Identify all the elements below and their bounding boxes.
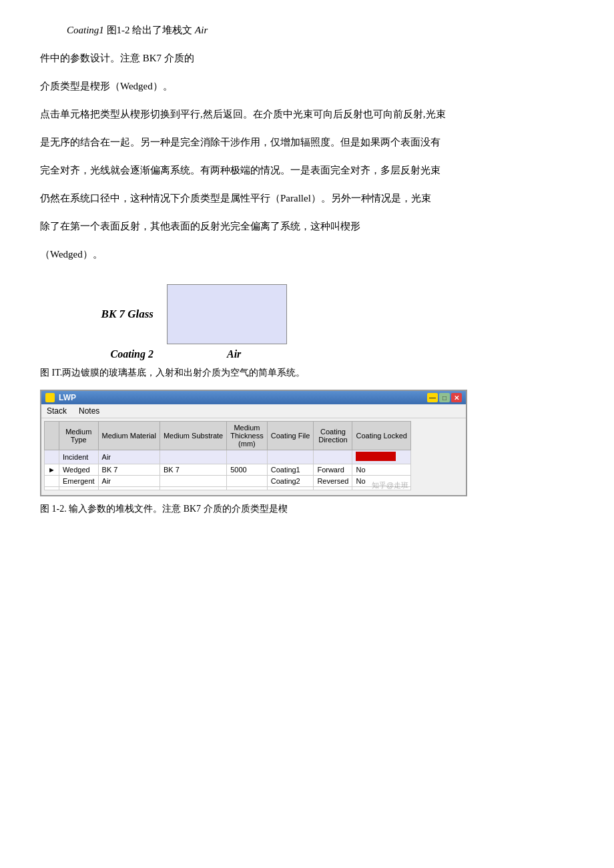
table-row: ► Wedged BK 7 BK 7 5000 Coating1 Forward…: [45, 464, 411, 476]
close-button[interactable]: ✕: [451, 393, 462, 402]
empty-arrow: [45, 487, 59, 490]
col-medium-material: Medium Material: [98, 422, 160, 450]
paragraph-2: 点击单元格把类型从楔形切换到平行,然后返回。在介质中光束可向后反射也可向前反射,…: [40, 104, 574, 124]
table-row: Emergent Air Coating2 Reversed No: [45, 476, 411, 487]
paragraph-4: 完全对齐，光线就会逐渐偏离系统。有两种极端的情况。一是表面完全对齐，多层反射光束: [40, 160, 574, 180]
menu-stack[interactable]: Stack: [44, 406, 69, 416]
row-wedged-thickness[interactable]: 5000: [227, 464, 268, 476]
row-wedged-material[interactable]: BK 7: [98, 464, 160, 476]
lwp-title: LWP: [59, 393, 76, 402]
empty-substrate[interactable]: [160, 487, 226, 490]
empty-thickness[interactable]: [227, 487, 268, 490]
col-coating-locked: Coating Locked: [352, 422, 410, 450]
row-wedged-substrate[interactable]: BK 7: [160, 464, 226, 476]
col-arrow: [45, 422, 59, 450]
row-emergent-thickness[interactable]: [227, 476, 268, 487]
lwp-app-icon: [45, 393, 55, 402]
lwp-window: LWP — □ ✕ Stack Notes MediumType Medium …: [40, 390, 467, 496]
empty-type[interactable]: [59, 487, 98, 490]
row-arrow: [45, 450, 59, 464]
row-incident-coating-file[interactable]: [267, 450, 314, 464]
paragraph-7: （Wedged）。: [40, 244, 574, 264]
col-medium-type: MediumType: [59, 422, 98, 450]
stack-table: MediumType Medium Material Medium Substr…: [44, 421, 411, 490]
row-emergent-type[interactable]: Emergent: [59, 476, 98, 487]
lwp-titlebar: LWP — □ ✕: [41, 391, 466, 404]
table-row: Incident Air: [45, 450, 411, 464]
row-incident-material[interactable]: Air: [98, 450, 160, 464]
glass-rectangle: [167, 284, 287, 344]
row-incident-type[interactable]: Incident: [59, 450, 98, 464]
row-wedged-coating-file[interactable]: Coating1: [267, 464, 314, 476]
empty-material[interactable]: [98, 487, 160, 490]
row-incident-thickness[interactable]: [227, 450, 268, 464]
table-header-row: MediumType Medium Material Medium Substr…: [45, 422, 411, 450]
paragraph-1b: 件中的参数设计。注意 BK7 介质的: [40, 48, 574, 68]
paragraph-3: 是无序的结合在一起。另一种是完全消除干涉作用，仅增加辐照度。但是如果两个表面没有: [40, 132, 574, 152]
air-inline-label: Air: [195, 25, 208, 35]
row-arrow: [45, 476, 59, 487]
paragraph-5: 仍然在系统口径中，这种情况下介质类型是属性平行（Parallel）。另外一种情况…: [40, 188, 574, 208]
lwp-window-controls: — □ ✕: [427, 393, 462, 402]
diagram-caption: 图 IT.两边镀膜的玻璃基底，入射和出射介质为空气的简单系统。: [40, 367, 574, 379]
row-incident-direction[interactable]: [314, 450, 352, 464]
row-incident-locked: [352, 450, 410, 464]
row-wedged-locked[interactable]: No: [352, 464, 410, 476]
coating2-label: Coating 2: [60, 348, 167, 360]
bottom-caption: 图 1-2. 输入参数的堆栈文件。注意 BK7 介质的介质类型是楔: [40, 503, 574, 515]
table-row-empty: [45, 487, 411, 490]
col-coating-file: Coating File: [267, 422, 314, 450]
col-medium-substrate: Medium Substrate: [160, 422, 226, 450]
intro-text: Coating1 图1-2 给出了堆栈文 Air 件中的参数设计。注意 BK7 …: [40, 20, 574, 96]
lwp-title-left: LWP: [45, 393, 76, 402]
empty-coating-file[interactable]: [267, 487, 314, 490]
coating1-label: Coating1: [67, 25, 104, 35]
paragraph-6: 除了在第一个表面反射，其他表面的反射光完全偏离了系统，这种叫楔形: [40, 216, 574, 236]
col-thickness: MediumThickness(mm): [227, 422, 268, 450]
lwp-table-container: MediumType Medium Material Medium Substr…: [41, 418, 466, 495]
menu-notes[interactable]: Notes: [76, 406, 102, 416]
row-wedged-direction[interactable]: Forward: [314, 464, 352, 476]
row-emergent-material[interactable]: Air: [98, 476, 160, 487]
paragraph-1: Coating1 图1-2 给出了堆栈文 Air: [40, 20, 574, 40]
maximize-button[interactable]: □: [439, 393, 450, 402]
row-emergent-locked[interactable]: No: [352, 476, 410, 487]
empty-locked[interactable]: [352, 487, 410, 490]
bk7-glass-label: BK 7 Glass: [60, 308, 167, 321]
glass-row: BK 7 Glass: [60, 284, 574, 344]
row-emergent-substrate[interactable]: [160, 476, 226, 487]
row-wedged-type[interactable]: Wedged: [59, 464, 98, 476]
locked-red-bar: [356, 452, 396, 461]
row-incident-substrate[interactable]: [160, 450, 226, 464]
table-watermark: MediumType Medium Material Medium Substr…: [44, 421, 411, 490]
body-text: 点击单元格把类型从楔形切换到平行,然后返回。在介质中光束可向后反射也可向前反射,…: [40, 104, 574, 264]
paragraph-1-text: 图1-2 给出了堆栈文: [104, 25, 195, 35]
row-emergent-direction[interactable]: Reversed: [314, 476, 352, 487]
empty-direction[interactable]: [314, 487, 352, 490]
row-emergent-coating-file[interactable]: Coating2: [267, 476, 314, 487]
col-coating-direction: CoatingDirection: [314, 422, 352, 450]
coating-row: Coating 2 Air: [60, 348, 574, 360]
lwp-menubar: Stack Notes: [41, 404, 466, 418]
row-arrow: ►: [45, 464, 59, 476]
paragraph-1c: 介质类型是楔形（Wedged）。: [40, 76, 574, 96]
optical-diagram: BK 7 Glass Coating 2 Air: [40, 284, 574, 360]
minimize-button[interactable]: —: [427, 393, 438, 402]
air-diagram-label: Air: [227, 348, 241, 360]
